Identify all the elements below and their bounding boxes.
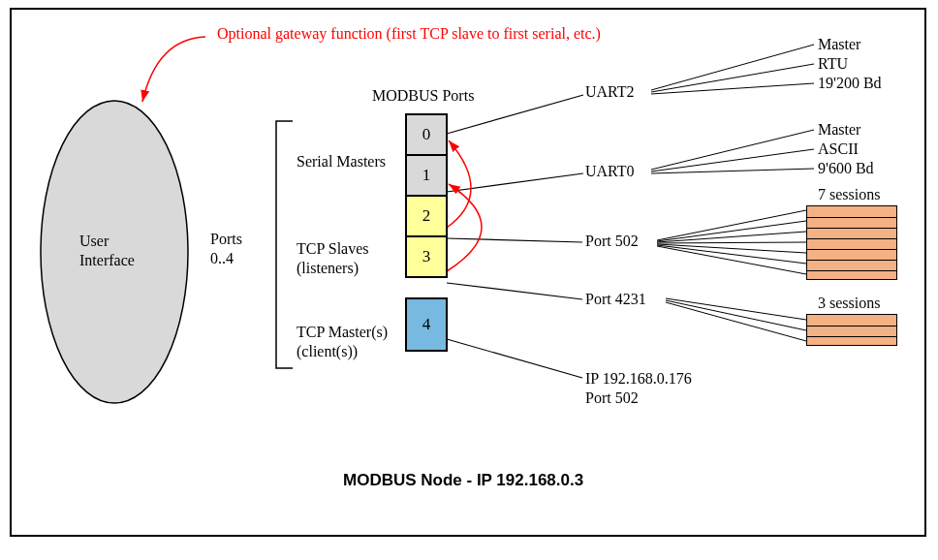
p502-fan-3 xyxy=(657,232,806,242)
line-port2-p502 xyxy=(447,238,582,242)
group-serial-label: Serial Masters xyxy=(297,153,386,171)
group-tcp-slaves-label-2: (listeners) xyxy=(297,260,359,277)
group-tcp-masters-label-2: (client(s)) xyxy=(297,343,358,360)
p4231-fan-1 xyxy=(666,298,806,320)
serial0-line1: Master xyxy=(818,36,860,53)
port-box-1: 1 xyxy=(406,155,447,196)
modbus-ports-header: MODBUS Ports xyxy=(372,87,474,105)
user-interface-label-2: Interface xyxy=(79,252,135,269)
sessions7-stack xyxy=(806,205,897,280)
port-box-3: 3 xyxy=(406,236,447,277)
port-box-0: 0 xyxy=(406,114,447,155)
uart0-fan-3 xyxy=(651,169,814,173)
diagram-caption: MODBUS Node - IP 192.168.0.3 xyxy=(343,471,583,490)
p4231-fan-2 xyxy=(666,300,806,330)
uart2-fan-3 xyxy=(651,83,814,94)
sessions3-stack xyxy=(806,314,897,346)
serial0-line3: 19'200 Bd xyxy=(818,75,882,92)
serial1-line1: Master xyxy=(818,121,860,139)
uart2-fan-2 xyxy=(651,64,814,92)
port502-label: Port 502 xyxy=(585,233,639,250)
group-tcp-slaves-label-1: TCP Slaves xyxy=(297,240,369,258)
uart0-fan-2 xyxy=(651,149,814,171)
sessions7-label: 7 sessions xyxy=(818,186,880,203)
user-interface-label-1: User xyxy=(79,233,109,250)
p502-fan-7 xyxy=(657,246,806,274)
gateway-arc-2 xyxy=(447,184,482,271)
ip-label-2: Port 502 xyxy=(585,389,639,407)
p502-fan-5 xyxy=(657,244,806,253)
uart2-fan-1 xyxy=(651,45,814,90)
ports-range-label-2: 0..4 xyxy=(210,250,234,267)
port-box-4: 4 xyxy=(406,298,447,351)
ports-range-label-1: Ports xyxy=(210,231,242,248)
line-port4-ip xyxy=(447,339,582,378)
uart0-fan-1 xyxy=(651,130,814,170)
optional-gateway-arrow xyxy=(142,37,205,102)
serial1-line2: ASCII xyxy=(818,140,859,158)
diagram-frame: Optional gateway function (first TCP sla… xyxy=(10,8,926,537)
serial1-line3: 9'600 Bd xyxy=(818,160,874,177)
gateway-arc-1 xyxy=(447,140,471,228)
sessions3-label: 3 sessions xyxy=(818,295,880,312)
group-tcp-masters-label-1: TCP Master(s) xyxy=(297,324,388,341)
ports-bracket xyxy=(276,121,293,368)
uart2-label: UART2 xyxy=(585,83,635,101)
p502-fan-6 xyxy=(657,245,806,264)
serial0-line2: RTU xyxy=(818,55,848,73)
optional-gateway-note: Optional gateway function (first TCP sla… xyxy=(217,25,601,43)
p502-fan-1 xyxy=(657,210,806,240)
line-port3-p4231 xyxy=(447,283,582,299)
uart0-label: UART0 xyxy=(585,163,635,180)
line-port1-uart0 xyxy=(447,173,583,192)
ip-label-1: IP 192.168.0.176 xyxy=(585,370,692,388)
p4231-fan-3 xyxy=(666,302,806,341)
p502-fan-2 xyxy=(657,221,806,241)
port4231-label: Port 4231 xyxy=(585,291,646,308)
p502-fan-4 xyxy=(657,242,806,243)
port-box-2: 2 xyxy=(406,196,447,236)
